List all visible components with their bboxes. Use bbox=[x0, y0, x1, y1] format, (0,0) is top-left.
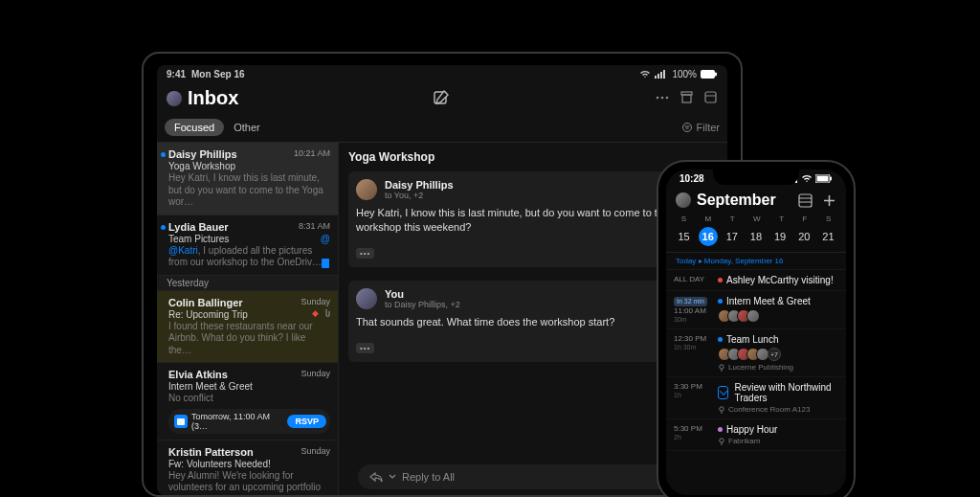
location-icon bbox=[718, 364, 725, 372]
svg-rect-4 bbox=[701, 70, 715, 79]
chevron-down-icon[interactable] bbox=[389, 474, 396, 480]
message-subject: Team Pictures bbox=[168, 234, 229, 244]
rsvp-button[interactable]: RSVP bbox=[287, 415, 326, 428]
signal-icon bbox=[655, 70, 668, 79]
phone-notch bbox=[713, 168, 799, 185]
flag-icon: ◆ bbox=[312, 308, 319, 318]
panel-icon[interactable] bbox=[703, 90, 718, 105]
message-item[interactable]: Colin Ballinger Sunday Re: Upcoming Trip… bbox=[157, 291, 338, 364]
attach-icon bbox=[323, 308, 330, 318]
mention-icon: @ bbox=[321, 234, 330, 244]
list-section-header: Yesterday bbox=[157, 276, 338, 291]
event-duration: 1h 30m bbox=[674, 344, 712, 351]
reply-icon bbox=[369, 471, 383, 483]
weekday-row: SMTWTFS bbox=[666, 213, 846, 225]
battery-icon bbox=[701, 70, 718, 79]
day-cell-today[interactable]: 16 bbox=[699, 227, 718, 246]
message-preview: No conflict bbox=[168, 393, 330, 405]
calendar-header: September bbox=[666, 184, 846, 213]
tab-focused[interactable]: Focused bbox=[165, 119, 224, 136]
inbox-header: Inbox bbox=[157, 83, 727, 115]
tablet-status-bar: 9:41 Mon Sep 16 100% bbox=[157, 65, 727, 83]
svg-point-33 bbox=[720, 439, 724, 442]
message-item[interactable]: Kristin Patterson Sunday Fw: Volunteers … bbox=[157, 441, 338, 496]
battery-pct: 100% bbox=[672, 69, 697, 79]
svg-rect-5 bbox=[715, 73, 717, 77]
message-time: Sunday bbox=[301, 446, 330, 456]
date-subtitle: Today ▸ Monday, September 16 bbox=[666, 253, 846, 270]
svg-point-8 bbox=[661, 97, 664, 100]
message-item[interactable]: Elvia Atkins Sunday Intern Meet & Greet … bbox=[157, 363, 338, 441]
event-title: Intern Meet & Greet bbox=[726, 296, 811, 306]
day-cell[interactable]: 19 bbox=[770, 227, 790, 246]
message-time: Sunday bbox=[301, 297, 330, 306]
message-preview: Hey Alumni! We're looking for volunteers… bbox=[168, 470, 330, 494]
meeting-icon bbox=[718, 386, 728, 399]
svg-rect-2 bbox=[660, 72, 662, 79]
rsvp-chip: Tomorrow, 11:00 AM (3… RSVP bbox=[168, 409, 330, 434]
event-location: Conference Room A123 bbox=[728, 405, 810, 414]
archive-icon[interactable] bbox=[679, 90, 694, 105]
attendee-avatars: +7 bbox=[718, 348, 838, 361]
event-location: Lucerne Publishing bbox=[728, 363, 793, 372]
event-item[interactable]: 3:30 PM1h Review with Northwind Traders … bbox=[666, 377, 846, 419]
day-cell[interactable]: 17 bbox=[723, 227, 742, 246]
tab-other[interactable]: Other bbox=[224, 119, 270, 136]
tablet-device: 9:41 Mon Sep 16 100% Inbox bbox=[142, 52, 743, 497]
wifi-icon bbox=[801, 174, 813, 183]
event-list: ALL DAY Ashley McCarthy visiting! In 32 … bbox=[666, 270, 846, 451]
svg-rect-26 bbox=[799, 194, 812, 207]
add-icon[interactable] bbox=[822, 193, 836, 208]
event-title: Happy Hour bbox=[726, 424, 777, 435]
profile-avatar[interactable] bbox=[676, 192, 691, 208]
event-item[interactable]: 12:30 PM1h 30m Team Lunch +7 Lucerne Pub… bbox=[666, 329, 846, 377]
location-icon bbox=[718, 406, 725, 414]
message-item[interactable]: Daisy Phillips 10:21 AM Yoga Workshop He… bbox=[157, 143, 338, 215]
phone-screen: 10:28 September SMTWTFS 15 16 17 18 19 2… bbox=[666, 169, 846, 495]
event-title: Ashley McCarthy visiting! bbox=[726, 275, 834, 285]
view-icon[interactable] bbox=[798, 193, 813, 208]
battery-icon bbox=[815, 174, 833, 183]
message-item[interactable]: Lydia Bauer 8:31 AM Team Pictures @ @Kat… bbox=[157, 215, 338, 276]
day-cell[interactable]: 20 bbox=[794, 227, 813, 246]
unread-dot bbox=[161, 225, 166, 230]
message-preview: Hey Katri, I know this is last minute, b… bbox=[168, 172, 330, 209]
filter-button[interactable]: Filter bbox=[681, 122, 720, 133]
svg-rect-24 bbox=[817, 176, 829, 182]
sender-name: Daisy Phillips bbox=[385, 179, 454, 191]
calendar-icon bbox=[174, 415, 188, 428]
day-cell[interactable]: 21 bbox=[818, 227, 837, 246]
sender-avatar bbox=[356, 179, 377, 200]
svg-point-7 bbox=[657, 97, 659, 100]
page-title: Inbox bbox=[188, 87, 238, 109]
compose-icon[interactable] bbox=[433, 90, 450, 107]
attendee-avatars bbox=[718, 309, 838, 323]
status-time: 9:41 bbox=[167, 69, 186, 79]
reply-placeholder: Reply to All bbox=[402, 471, 455, 483]
message-subject: Fw: Volunteers Needed! bbox=[168, 459, 330, 469]
message-preview: @Katri, I uploaded all the pictures from… bbox=[168, 245, 330, 269]
event-item[interactable]: In 32 min 11:00 AM 30m Intern Meet & Gre… bbox=[666, 291, 846, 329]
event-item[interactable]: 5:30 PM2h Happy Hour Fabrikam bbox=[666, 419, 846, 451]
calendar-dot bbox=[718, 299, 723, 304]
event-time: 11:00 AM bbox=[674, 306, 712, 316]
event-time: 3:30 PM bbox=[674, 382, 712, 392]
profile-avatar[interactable] bbox=[167, 91, 182, 106]
svg-point-31 bbox=[720, 365, 724, 369]
message-subject: Yoga Workshop bbox=[168, 161, 330, 171]
message-subject: Intern Meet & Greet bbox=[168, 381, 330, 392]
message-time: Sunday bbox=[301, 369, 330, 378]
recipients: to You, +2 bbox=[385, 191, 454, 200]
event-item[interactable]: ALL DAY Ashley McCarthy visiting! bbox=[666, 270, 846, 291]
message-time: 10:21 AM bbox=[294, 148, 330, 158]
svg-rect-0 bbox=[655, 76, 657, 79]
more-icon[interactable] bbox=[655, 90, 670, 105]
day-cell[interactable]: 15 bbox=[675, 227, 694, 246]
recipients: to Daisy Phillips, +2 bbox=[385, 300, 460, 309]
message-time: 8:31 AM bbox=[299, 221, 330, 231]
attachment-icon bbox=[321, 258, 330, 269]
rsvp-time: Tomorrow, 11:00 AM (3… bbox=[191, 412, 283, 431]
svg-point-32 bbox=[720, 407, 724, 411]
day-cell[interactable]: 18 bbox=[746, 227, 766, 246]
svg-point-14 bbox=[682, 124, 691, 132]
